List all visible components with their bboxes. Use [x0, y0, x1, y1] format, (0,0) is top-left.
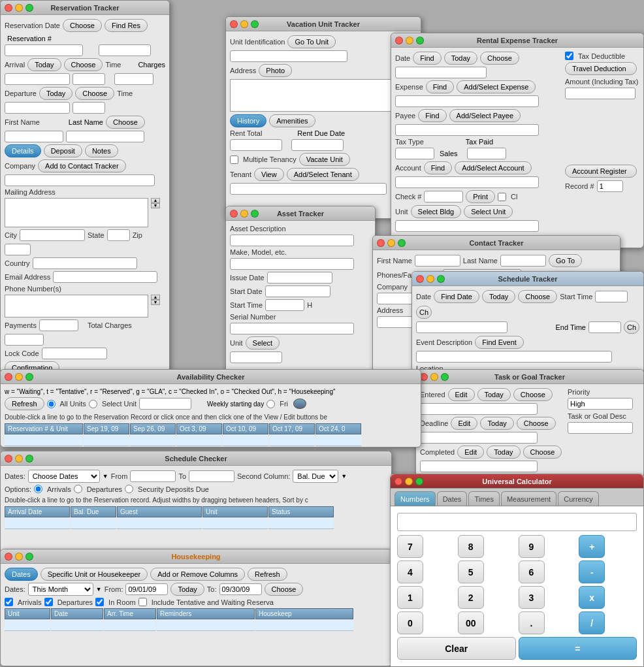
- city-input[interactable]: [20, 229, 85, 241]
- add-select-expense-ret[interactable]: Add/Select Expense: [457, 80, 536, 93]
- multiple-tenancy-checkbox[interactable]: [230, 155, 238, 164]
- select-unit-at[interactable]: Select: [246, 336, 280, 350]
- amount-input-ret[interactable]: [565, 88, 636, 99]
- notes-tab[interactable]: Notes: [85, 144, 118, 157]
- find-payee-ret[interactable]: Find: [418, 109, 446, 122]
- state-input[interactable]: [107, 229, 130, 241]
- minimize-icon-uc[interactable]: [405, 478, 413, 485]
- calc-decimal[interactable]: .: [519, 611, 545, 634]
- tt-edit-btn[interactable]: Edit: [448, 388, 475, 401]
- departure-choose-button[interactable]: Choose: [75, 87, 114, 100]
- minimize-icon[interactable]: [15, 4, 23, 12]
- hk-row-unit[interactable]: [5, 619, 50, 631]
- unit-id-input[interactable]: [230, 50, 347, 62]
- payee-input-ret[interactable]: [395, 124, 539, 136]
- travel-deduction-button[interactable]: Travel Deduction: [565, 62, 637, 75]
- hk-row-housekeeper[interactable]: [255, 619, 353, 631]
- hk-departures-checkbox[interactable]: [44, 598, 53, 606]
- sc-table-row[interactable]: [5, 517, 387, 529]
- rent-total-input[interactable]: [230, 139, 282, 151]
- sc-row-unit[interactable]: [202, 517, 268, 529]
- close-icon-sc[interactable]: [5, 455, 12, 463]
- unit-name-ac[interactable]: [139, 398, 191, 410]
- calc-5[interactable]: 5: [458, 561, 484, 583]
- maximize-icon-sc[interactable]: [25, 455, 33, 463]
- minimize-icon-ct[interactable]: [387, 239, 395, 247]
- check-checkbox-ret[interactable]: [498, 193, 506, 201]
- hk-row-date[interactable]: [51, 619, 103, 631]
- start-time-input[interactable]: [265, 299, 304, 311]
- choose-button[interactable]: Choose: [63, 19, 102, 32]
- charges-input[interactable]: [114, 73, 153, 85]
- reservation-num-input[interactable]: [99, 44, 151, 56]
- maximize-icon-vut[interactable]: [251, 20, 259, 28]
- arrival-today-button[interactable]: Today: [27, 58, 61, 71]
- name-choose-button[interactable]: Choose: [106, 116, 145, 129]
- close-icon-uc[interactable]: [394, 478, 402, 485]
- add-select-tenant-button[interactable]: Add/Select Tenant: [287, 168, 359, 181]
- hk-arrivals-checkbox[interactable]: [5, 598, 13, 606]
- country-input[interactable]: [33, 257, 137, 269]
- calc-7[interactable]: 7: [397, 535, 423, 558]
- choose-date-ret[interactable]: Choose: [480, 52, 519, 65]
- sc-second-col-select[interactable]: Bal. Due: [293, 470, 338, 483]
- start-time-st-input[interactable]: [595, 291, 628, 302]
- tt-choose-btn[interactable]: Choose: [513, 388, 553, 401]
- calc-minus[interactable]: -: [579, 561, 605, 583]
- tt-priority-input[interactable]: High: [568, 398, 633, 410]
- view-button-vut[interactable]: View: [254, 168, 284, 181]
- calc-tab-dates[interactable]: Dates: [437, 491, 468, 506]
- email-input[interactable]: [53, 271, 157, 283]
- address-input-vut[interactable]: [230, 79, 393, 112]
- go-to-unit-button[interactable]: Go To Unit: [287, 35, 336, 48]
- start-date-input[interactable]: [265, 285, 330, 297]
- calc-0[interactable]: 0: [397, 611, 423, 634]
- tt-completed-input[interactable]: [420, 461, 538, 472]
- hk-today-btn[interactable]: Today: [170, 583, 204, 596]
- calc-4[interactable]: 4: [397, 561, 423, 583]
- add-select-account-ret[interactable]: Add/Select Account: [455, 161, 531, 174]
- hk-add-remove-btn[interactable]: Add or Remove Columns: [150, 568, 245, 581]
- minimize-icon-at[interactable]: [240, 210, 248, 218]
- close-icon-vut[interactable]: [230, 20, 238, 28]
- maximize-icon[interactable]: [25, 4, 33, 12]
- calc-tab-times[interactable]: Times: [468, 491, 500, 506]
- hk-row-reminders[interactable]: [157, 619, 255, 631]
- make-model-input[interactable]: [230, 258, 354, 270]
- minimize-icon-ac[interactable]: [15, 373, 23, 381]
- find-expense-ret[interactable]: Find: [426, 80, 454, 93]
- sc-to-input[interactable]: [189, 470, 234, 482]
- find-date-st[interactable]: Find Date: [434, 290, 479, 303]
- st-date-input[interactable]: [416, 321, 507, 333]
- ac-row-cell-1[interactable]: [5, 434, 83, 446]
- maximize-icon-hk[interactable]: [25, 553, 33, 561]
- close-icon-ct[interactable]: [377, 239, 385, 247]
- maximize-icon-ct[interactable]: [398, 239, 406, 247]
- departure-today-button[interactable]: Today: [39, 87, 72, 100]
- rent-due-date-input[interactable]: [291, 139, 344, 151]
- calc-tab-numbers[interactable]: Numbers: [394, 491, 436, 506]
- close-icon-hk[interactable]: [5, 553, 12, 561]
- find-res-button[interactable]: Find Res: [105, 19, 148, 32]
- add-contact-button[interactable]: Add to Contact Tracker: [38, 159, 126, 172]
- calc-tab-currency[interactable]: Currency: [558, 491, 599, 506]
- calc-multiply[interactable]: x: [579, 586, 605, 609]
- ac-row-cell-6[interactable]: [269, 434, 315, 446]
- departure-date-input[interactable]: [5, 102, 70, 114]
- company-input[interactable]: [5, 174, 155, 186]
- calc-tab-measurement[interactable]: Measurement: [501, 491, 556, 506]
- issue-date-input[interactable]: [267, 272, 332, 284]
- hk-table-row[interactable]: [5, 619, 387, 631]
- sc-row-status[interactable]: [268, 517, 334, 529]
- tt-deadline-input[interactable]: [420, 432, 538, 444]
- maximize-icon-ac[interactable]: [25, 373, 33, 381]
- calc-2[interactable]: 2: [458, 586, 484, 609]
- find-event-st[interactable]: Find Event: [475, 336, 524, 349]
- arrival-time-input[interactable]: [72, 73, 105, 85]
- tax-paid-input-ret[interactable]: [467, 148, 506, 159]
- print-button-ret[interactable]: Print: [466, 190, 495, 203]
- sc-row-guest[interactable]: [117, 517, 202, 529]
- details-tab[interactable]: Details: [5, 144, 41, 157]
- lock-code-input[interactable]: [42, 348, 107, 359]
- maximize-icon-uc[interactable]: [415, 478, 423, 485]
